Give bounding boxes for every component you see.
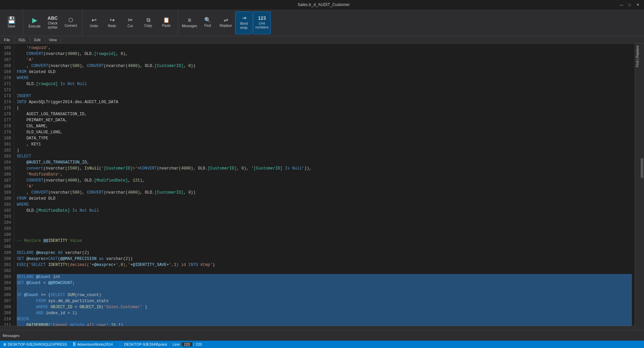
messages-button[interactable]: ≡ Messages — [181, 11, 198, 34]
undo-icon: ↩ — [92, 17, 97, 23]
line-numbers-button[interactable]: 123 Line numbers — [253, 11, 271, 34]
toolbar-section-file: 💾 Save — [0, 9, 23, 36]
menu-file[interactable]: File — [0, 36, 14, 43]
copy-icon: ⧉ — [147, 17, 150, 23]
find-replace-sidebar: Find | Replace — [635, 44, 640, 330]
check-syntax-button[interactable]: ABC Checksyntax — [44, 11, 61, 34]
vertical-scrollbar[interactable] — [640, 44, 644, 330]
word-wrap-button[interactable]: ⇥ Word wrap — [235, 11, 253, 34]
paste-button[interactable]: 📋 Paste — [158, 11, 175, 34]
execute-button[interactable]: ▶ Execute — [26, 11, 43, 34]
toolbar-section-edit: ↩ Undo ↪ Redo ✂ Cut ⧉ Copy 📋 Paste — [83, 9, 178, 36]
paste-icon: 📋 — [163, 17, 170, 23]
user-icon: 👤 — [118, 342, 123, 347]
main-area: 1651661671681691701711721731741751761771… — [0, 44, 644, 330]
messages-label: Messages — [3, 334, 19, 338]
db-icon: 🗄 — [72, 342, 76, 346]
messages-panel: Messages — [0, 330, 644, 341]
menu-bar: File SQL Edit View — [0, 36, 644, 44]
redo-button[interactable]: ↪ Redo — [103, 11, 121, 34]
status-line: Line: 220 / 220 — [172, 342, 202, 346]
menu-edit[interactable]: Edit — [30, 36, 45, 43]
status-server: 🖥 DESKTOP-9JE2649\SQLEXPRESS — [3, 342, 67, 346]
cut-icon: ✂ — [128, 17, 133, 23]
save-button[interactable]: 💾 Save — [3, 11, 20, 34]
replace-icon: ⇌ — [224, 17, 228, 23]
save-icon: 💾 — [7, 17, 16, 23]
code-area[interactable]: 'rowguid', CONVERT(nvarchar(4000), OLD.[… — [14, 44, 635, 326]
check-syntax-icon: ABC — [48, 16, 58, 20]
status-database: 🗄 AdventureWorks2014 — [72, 342, 113, 346]
status-user: 👤 DESKTOP-9JE2649\poksi — [118, 342, 167, 347]
line-numbers-gutter: 1651661671681691701711721731741751761771… — [0, 44, 14, 326]
minimize-button[interactable]: — — [618, 2, 625, 8]
replace-button[interactable]: ⇌ Replace — [217, 11, 234, 34]
redo-icon: ↪ — [110, 17, 115, 23]
line-numbers-icon: 123 — [258, 16, 266, 20]
execute-icon: ▶ — [32, 17, 37, 23]
horizontal-scrollbar[interactable] — [0, 326, 635, 330]
undo-button[interactable]: ↩ Undo — [85, 11, 103, 34]
title-bar: Sales.tr_d_AUDIT_Customer — □ ✕ — [0, 0, 644, 9]
toolbar-section-view: ≡ Messages 🔍 Find ⇌ Replace ⇥ Word wrap … — [178, 9, 273, 36]
status-bar: 🖥 DESKTOP-9JE2649\SQLEXPRESS 🗄 Adventure… — [0, 341, 644, 348]
find-icon: 🔍 — [204, 17, 211, 23]
cut-button[interactable]: ✂ Cut — [121, 11, 139, 34]
connect-button[interactable]: ⬡ Connect — [62, 11, 79, 34]
toolbar: 💾 Save ▶ Execute ABC Checksyntax ⬡ Conne… — [0, 9, 644, 36]
find-replace-label[interactable]: Find | Replace — [635, 44, 640, 69]
find-button[interactable]: 🔍 Find — [199, 11, 216, 34]
menu-view[interactable]: View — [45, 36, 61, 43]
connect-icon: ⬡ — [68, 17, 73, 23]
menu-sql[interactable]: SQL — [14, 36, 30, 43]
server-icon: 🖥 — [3, 342, 6, 346]
window-controls: — □ ✕ — [618, 2, 641, 8]
word-wrap-icon: ⇥ — [242, 15, 246, 21]
window-title: Sales.tr_d_AUDIT_Customer — [30, 2, 618, 7]
toolbar-section-sql: ▶ Execute ABC Checksyntax ⬡ Connect — [23, 9, 83, 36]
scrollbar-thumb[interactable] — [641, 158, 643, 178]
copy-button[interactable]: ⧉ Copy — [140, 11, 157, 34]
messages-icon: ≡ — [188, 17, 192, 23]
editor-content[interactable]: 1651661671681691701711721731741751761771… — [0, 44, 635, 326]
maximize-button[interactable]: □ — [626, 2, 633, 8]
editor-container: 1651661671681691701711721731741751761771… — [0, 44, 635, 330]
close-button[interactable]: ✕ — [634, 2, 641, 8]
